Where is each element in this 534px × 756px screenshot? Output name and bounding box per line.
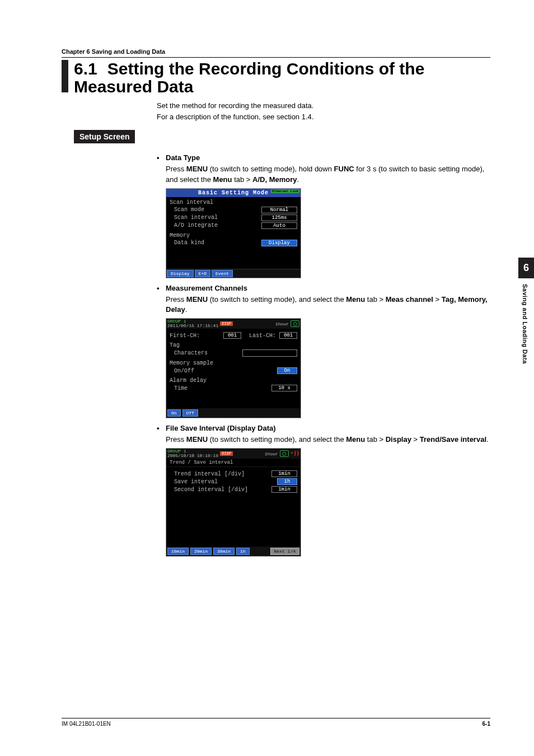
lcd-value: 125ms <box>261 214 297 221</box>
lcd-title-bar: Basic Setting Mode Ethernet Link <box>166 189 301 197</box>
section-title: 6.1Setting the Recording Conditions of t… <box>62 60 490 95</box>
lcd-field-label: Scan mode <box>170 207 204 213</box>
rec-icon: •)) <box>291 451 299 456</box>
lcd-hour: 1hour <box>265 451 278 456</box>
lcd-field-label: Data kind <box>170 240 204 246</box>
lcd-field-label: Scan interval <box>170 214 218 221</box>
lcd-field-label: Last-CH: <box>249 333 276 339</box>
intro-line: For a description of the function, see s… <box>157 112 490 122</box>
lcd-value: 001 <box>279 332 297 339</box>
doc-id: IM 04L21B01-01EN <box>62 721 111 727</box>
title-ornament <box>62 60 68 92</box>
lcd-field-label: Time <box>170 385 268 391</box>
lcd-field-label: Characters <box>170 350 239 356</box>
section-heading: Setting the Recording Conditions of the … <box>74 59 424 96</box>
page-number: 6-1 <box>483 721 490 727</box>
bullet-title: Measurement Channels <box>166 284 247 292</box>
softkey: 30min <box>213 548 235 555</box>
lcd-field-label: Second interval [/div] <box>170 487 268 493</box>
bullet-item: • Data Type <box>157 153 490 162</box>
lcd-value-selected: On <box>277 367 297 374</box>
bullet-description: Press MENU (to switch to setting mode), … <box>166 164 490 184</box>
lcd-input <box>242 349 297 357</box>
ethernet-badge: Ethernet Link <box>271 189 299 193</box>
screenshot-basic-setting: Basic Setting Mode Ethernet Link Scan in… <box>166 188 301 278</box>
bullet-icon: • <box>157 153 166 162</box>
bullet-icon: • <box>157 284 166 292</box>
disp-badge: DISP <box>220 321 233 326</box>
lcd-header: GROUP 1 2011/06/15 17:15:41 DISP 1hour <box>166 319 301 329</box>
lcd-value: 1min <box>271 486 297 493</box>
lcd-group-label: Alarm delay <box>170 377 297 384</box>
lcd-timestamp: 2011/06/15 17:15:41 <box>167 324 218 328</box>
lcd-field-label: Save interval <box>170 479 274 485</box>
lcd-value: Auto <box>261 222 297 229</box>
softkey: 20min <box>190 548 212 555</box>
softkey: Event <box>212 270 233 277</box>
lcd-subheader: Trend / Save interval <box>166 459 301 467</box>
lcd-value: 001 <box>223 332 241 339</box>
lcd-timestamp: 2005/10/10 10:18:18 <box>167 454 218 458</box>
softkey: On <box>167 409 181 417</box>
softkey: 10min <box>167 548 189 555</box>
camera-icon <box>291 320 299 327</box>
screenshot-trend-save: GROUP 1 2005/10/10 10:18:18 DISP 1hour •… <box>166 448 301 557</box>
lcd-field-label: A/D integrate <box>170 222 218 229</box>
bullet-item: • Measurement Channels <box>157 284 490 292</box>
lcd-field-label: First-CH: <box>170 333 220 339</box>
lcd-value: Normal <box>261 207 297 213</box>
divider <box>62 57 490 58</box>
lcd-softkeys: 10min 20min 30min 1h Next 1/4 <box>166 547 301 556</box>
screenshot-meas-channel: GROUP 1 2011/06/15 17:15:41 DISP 1hour F… <box>166 318 301 418</box>
intro-text: Set the method for recording the measure… <box>157 101 490 122</box>
lcd-value: 1min <box>271 470 297 477</box>
lcd-softkeys: Display E+D Event <box>166 269 301 278</box>
bullet-title: Data Type <box>166 153 200 162</box>
page-footer: IM 04L21B01-01EN 6-1 <box>62 718 490 727</box>
bullet-item: • File Save Interval (Display Data) <box>157 424 490 432</box>
softkey-next: Next 1/4 <box>270 548 299 555</box>
camera-icon <box>280 450 289 457</box>
bullet-description: Press MENU (to switch to setting mode), … <box>166 295 490 315</box>
chapter-tab-label: Saving and Loading Data <box>518 278 532 370</box>
softkey: 1h <box>236 548 250 555</box>
lcd-group-label: Tag <box>170 342 297 348</box>
lcd-group-label: Memory <box>170 232 297 239</box>
intro-line: Set the method for recording the measure… <box>157 101 490 111</box>
bullet-title: File Save Interval (Display Data) <box>166 424 276 432</box>
disp-badge: DISP <box>220 451 233 456</box>
lcd-field-label: Trend interval [/div] <box>170 471 268 477</box>
lcd-value: 10 s <box>271 385 297 391</box>
lcd-value-selected: 1h <box>277 478 297 485</box>
lcd-hour: 1hour <box>275 321 289 326</box>
side-tab: 6 Saving and Loading Data <box>518 258 534 370</box>
softkey: Off <box>182 409 198 417</box>
softkey: E+D <box>195 270 210 277</box>
lcd-group-label: Scan interval <box>170 199 297 206</box>
chapter-tab-number: 6 <box>518 258 534 278</box>
chapter-header: Chapter 6 Saving and Loading Data <box>62 48 490 55</box>
lcd-field-label: On/Off <box>170 368 274 374</box>
lcd-softkeys: On Off <box>166 408 301 418</box>
bullet-description: Press MENU (to switch to setting mode), … <box>166 435 490 445</box>
section-number: 6.1 <box>74 59 97 78</box>
lcd-group-label: Memory sample <box>170 360 297 366</box>
bullet-icon: • <box>157 424 166 432</box>
lcd-value-selected: Display <box>261 240 297 246</box>
softkey: Display <box>167 270 194 277</box>
setup-screen-label: Setup Screen <box>74 130 135 143</box>
lcd-header: GROUP 1 2005/10/10 10:18:18 DISP 1hour •… <box>166 449 301 459</box>
